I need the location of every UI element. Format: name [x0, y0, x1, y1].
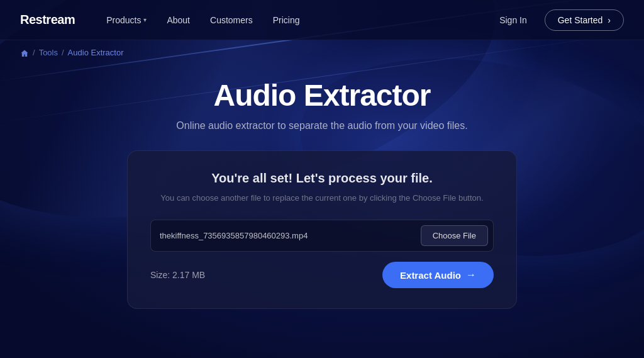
arrow-right-icon: → [466, 269, 476, 281]
choose-file-button[interactable]: Choose File [421, 225, 488, 246]
nav-customers[interactable]: Customers [201, 10, 262, 30]
breadcrumb-tools[interactable]: Tools [39, 48, 58, 57]
page-subtitle: Online audio extractor to separate the a… [176, 120, 467, 131]
arrow-right-icon: › [608, 15, 611, 25]
card-subtitle: You can choose another file to replace t… [150, 192, 494, 205]
breadcrumb-home[interactable] [20, 48, 29, 58]
brand-logo[interactable]: Restream [20, 13, 75, 27]
nav-actions: Sign In Get Started › [492, 9, 624, 31]
navbar: Restream Products ▾ About Customers Pric… [0, 0, 644, 40]
nav-links: Products ▾ About Customers Pricing [97, 10, 492, 30]
nav-about[interactable]: About [158, 10, 199, 30]
card-title: You're all set! Let's process your file. [150, 171, 494, 186]
file-size: Size: 2.17 MB [150, 270, 205, 280]
nav-pricing[interactable]: Pricing [264, 10, 309, 30]
file-meta-row: Size: 2.17 MB Extract Audio → [150, 262, 494, 288]
breadcrumb-current: Audio Extractor [68, 48, 124, 57]
main-content: Audio Extractor Online audio extractor t… [0, 65, 644, 310]
upload-card: You're all set! Let's process your file.… [127, 150, 517, 310]
breadcrumb-separator-1: / [33, 48, 35, 57]
file-name-display: thekiffness_7356935857980460293.mp4 [160, 231, 413, 240]
breadcrumb: / Tools / Audio Extractor [0, 40, 644, 65]
extract-audio-button[interactable]: Extract Audio → [382, 262, 494, 288]
breadcrumb-separator-2: / [62, 48, 64, 57]
page-title: Audio Extractor [213, 78, 430, 113]
get-started-button[interactable]: Get Started › [545, 9, 624, 31]
file-input-row: thekiffness_7356935857980460293.mp4 Choo… [150, 220, 494, 252]
sign-in-button[interactable]: Sign In [492, 10, 535, 30]
chevron-down-icon: ▾ [143, 16, 147, 23]
nav-products[interactable]: Products ▾ [97, 10, 155, 30]
